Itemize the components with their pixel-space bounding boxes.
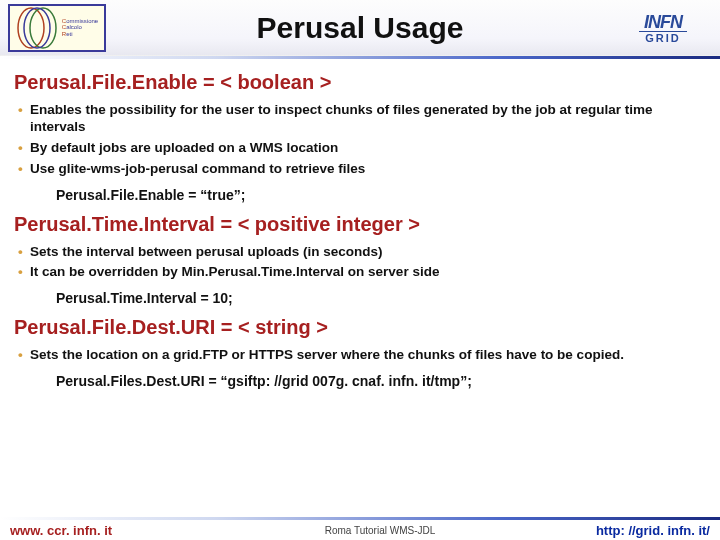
example-code: Perusal.File.Enable = “true”;: [14, 184, 706, 209]
footer-left-link: www. ccr. infn. it: [10, 523, 210, 538]
list-item: Sets the location on a grid.FTP or HTTPS…: [18, 345, 706, 366]
list-item: Sets the interval between perusal upload…: [18, 242, 706, 263]
example-code: Perusal.Time.Interval = 10;: [14, 287, 706, 312]
infn-logo: INFN GRID: [614, 5, 712, 51]
bullet-list: Enables the possibility for the user to …: [14, 100, 706, 180]
attribute-heading: Perusal.File.Dest.URI = < string >: [14, 316, 706, 339]
ccr-logo-text: Commissione Calcolo Reti: [62, 18, 98, 38]
ccr-logo: Commissione Calcolo Reti: [8, 4, 106, 52]
infn-grid-text: GRID: [639, 31, 687, 44]
list-item: It can be overridden by Min.Perusal.Time…: [18, 262, 706, 283]
slide-title: Perusal Usage: [106, 11, 614, 45]
footer-right-link: http: //grid. infn. it/: [550, 523, 710, 538]
list-item: By default jobs are uploaded on a WMS lo…: [18, 138, 706, 159]
slide-body: Perusal.File.Enable = < boolean > Enable…: [0, 59, 720, 395]
slide-footer: www. ccr. infn. it Roma Tutorial WMS-JDL…: [0, 520, 720, 540]
example-code: Perusal.Files.Dest.URI = “gsiftp: //grid…: [14, 370, 706, 395]
svg-point-2: [24, 8, 50, 48]
slide-header: Commissione Calcolo Reti Perusal Usage I…: [0, 0, 720, 56]
list-item: Use glite-wms-job-perusal command to ret…: [18, 159, 706, 180]
infn-logo-text: INFN: [644, 12, 682, 33]
attribute-heading: Perusal.Time.Interval = < positive integ…: [14, 213, 706, 236]
list-item: Enables the possibility for the user to …: [18, 100, 706, 138]
attribute-heading: Perusal.File.Enable = < boolean >: [14, 71, 706, 94]
svg-point-0: [18, 8, 44, 48]
bullet-list: Sets the location on a grid.FTP or HTTPS…: [14, 345, 706, 366]
bullet-list: Sets the interval between perusal upload…: [14, 242, 706, 284]
ccr-logo-icon: [16, 7, 58, 49]
svg-point-1: [30, 8, 56, 48]
footer-center-text: Roma Tutorial WMS-JDL: [210, 525, 550, 536]
